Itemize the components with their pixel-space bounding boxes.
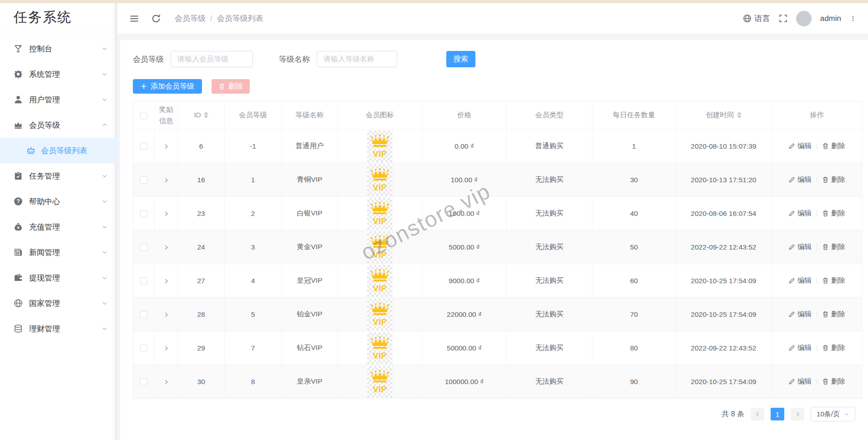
expand-row-icon[interactable]	[163, 244, 170, 251]
page-size-select[interactable]: 10条/页	[811, 407, 855, 421]
expand-row-icon[interactable]	[163, 278, 170, 285]
cell-created-time: 2020-10-25 17:54:09	[676, 298, 772, 331]
page: 任务系统 控制台系统管理用户管理会员等级会员等级列表任务管理?帮助中心¥充值管理…	[0, 0, 868, 440]
gear-icon	[14, 70, 23, 79]
expand-row-icon[interactable]	[163, 177, 170, 184]
wallet-icon	[14, 273, 23, 282]
vip-badge: VIP	[367, 130, 393, 162]
vip-badge-label: VIP	[373, 184, 387, 192]
delete-row-button[interactable]: 删除	[822, 276, 845, 285]
sidebar-menu: 控制台系统管理用户管理会员等级会员等级列表任务管理?帮助中心¥充值管理新闻管理提…	[0, 32, 117, 341]
vip-badge-label: VIP	[373, 251, 387, 259]
column-created-time: 创建时间	[676, 101, 772, 130]
page-number-button[interactable]: 1	[771, 408, 784, 420]
cell-member-icon: VIP	[338, 331, 422, 365]
row-checkbox[interactable]	[140, 143, 147, 150]
sidebar-subitem[interactable]: 会员等级列表	[0, 138, 117, 163]
edit-button[interactable]: 编辑	[788, 175, 812, 185]
level-name-input[interactable]	[317, 51, 397, 67]
edit-button[interactable]: 编辑	[788, 377, 812, 386]
row-checkbox[interactable]	[140, 210, 147, 217]
delete-row-button-label: 删除	[831, 343, 845, 353]
sidebar-item-9[interactable]: 国家管理	[0, 290, 117, 316]
delete-row-button[interactable]: 删除	[822, 310, 845, 319]
cell-expand	[155, 163, 178, 197]
vip-badge-label: VIP	[373, 217, 387, 225]
expand-row-icon[interactable]	[163, 143, 170, 150]
delete-row-button[interactable]: 删除	[822, 175, 845, 185]
vip-crown-icon	[369, 134, 390, 150]
chevron-down-icon	[101, 249, 108, 255]
row-checkbox[interactable]	[140, 244, 147, 251]
language-switcher[interactable]: 语言	[743, 13, 770, 24]
sidebar-item-1[interactable]: 系统管理	[0, 61, 117, 87]
username[interactable]: admin	[820, 14, 841, 23]
add-member-level-button[interactable]: 添加会员等级	[133, 79, 202, 94]
edit-button[interactable]: 编辑	[788, 310, 812, 319]
page-size-label: 10条/页	[817, 410, 840, 419]
sort-icon[interactable]	[737, 112, 742, 118]
sidebar-item-label: 帮助中心	[29, 196, 101, 207]
sort-icon[interactable]	[204, 112, 208, 118]
cell-price: 50000.00 ₫	[422, 331, 507, 365]
sidebar-item-2[interactable]: 用户管理	[0, 87, 117, 112]
edit-button[interactable]: 编辑	[788, 276, 812, 285]
breadcrumb-item[interactable]: 会员等级	[175, 13, 206, 24]
cell-id: 23	[178, 197, 225, 230]
prev-page-button[interactable]	[751, 408, 764, 420]
delete-row-button[interactable]: 删除	[822, 209, 845, 218]
delete-row-button[interactable]: 删除	[822, 141, 845, 151]
sidebar-item-5[interactable]: ?帮助中心	[0, 189, 117, 214]
sidebar-item-8[interactable]: 提现管理	[0, 265, 117, 290]
sidebar-item-4[interactable]: 任务管理	[0, 163, 117, 189]
avatar[interactable]	[796, 11, 812, 26]
sidebar-item-label: 用户管理	[29, 95, 101, 105]
fullscreen-icon[interactable]	[779, 14, 787, 23]
pagination: 共 8 条 1 10条/页	[133, 407, 860, 421]
delete-row-button[interactable]: 删除	[822, 377, 845, 386]
row-checkbox[interactable]	[140, 176, 147, 184]
cell-actions: 编辑删除	[772, 163, 863, 197]
sidebar-item-3[interactable]: 会员等级	[0, 112, 117, 138]
sidebar-item-6[interactable]: ¥充值管理	[0, 214, 117, 240]
row-checkbox[interactable]	[140, 277, 147, 285]
table-row: 232白银VIPVIP1000.00 ₫无法购买402020-08-06 16:…	[133, 197, 863, 230]
cell-member-icon: VIP	[338, 197, 422, 230]
row-checkbox[interactable]	[140, 378, 147, 385]
expand-row-icon[interactable]	[163, 311, 170, 318]
plus-icon	[141, 83, 147, 90]
cell-expand	[155, 264, 178, 298]
refresh-icon[interactable]	[151, 14, 161, 24]
delete-row-button[interactable]: 删除	[822, 343, 845, 353]
kebab-menu-icon[interactable]	[850, 14, 856, 24]
sidebar-item-0[interactable]: 控制台	[0, 36, 117, 61]
expand-row-icon[interactable]	[163, 210, 170, 217]
delete-row-button[interactable]: 删除	[822, 242, 845, 252]
delete-row-button-label: 删除	[831, 377, 845, 386]
row-checkbox[interactable]	[140, 311, 147, 318]
edit-button[interactable]: 编辑	[788, 343, 812, 353]
cell-daily-tasks: 90	[592, 365, 676, 399]
hamburger-icon[interactable]	[129, 14, 139, 24]
edit-button[interactable]: 编辑	[788, 242, 812, 252]
member-level-input[interactable]	[171, 51, 253, 67]
sidebar-item-label: 会员等级	[29, 120, 101, 130]
expand-row-icon[interactable]	[163, 345, 170, 352]
bulk-delete-button[interactable]: 删除	[212, 79, 250, 94]
edit-button[interactable]: 编辑	[788, 141, 812, 151]
sidebar-item-10[interactable]: 理财管理	[0, 316, 117, 341]
row-checkbox[interactable]	[140, 345, 147, 352]
crown-outline-icon	[26, 146, 35, 155]
chevron-left-icon	[755, 411, 761, 417]
select-all-checkbox[interactable]	[140, 112, 147, 119]
pencil-icon	[788, 210, 795, 217]
table-row: 297钻石VIPVIP50000.00 ₫无法购买802022-09-22 12…	[133, 331, 863, 365]
search-button[interactable]: 搜索	[446, 51, 475, 67]
crown-icon	[14, 120, 23, 130]
pencil-icon	[788, 311, 795, 318]
sidebar-item-7[interactable]: 新闻管理	[0, 240, 117, 265]
next-page-button[interactable]	[791, 408, 804, 420]
expand-row-icon[interactable]	[163, 379, 170, 385]
edit-button[interactable]: 编辑	[788, 209, 812, 218]
vip-badge: VIP	[367, 231, 393, 263]
